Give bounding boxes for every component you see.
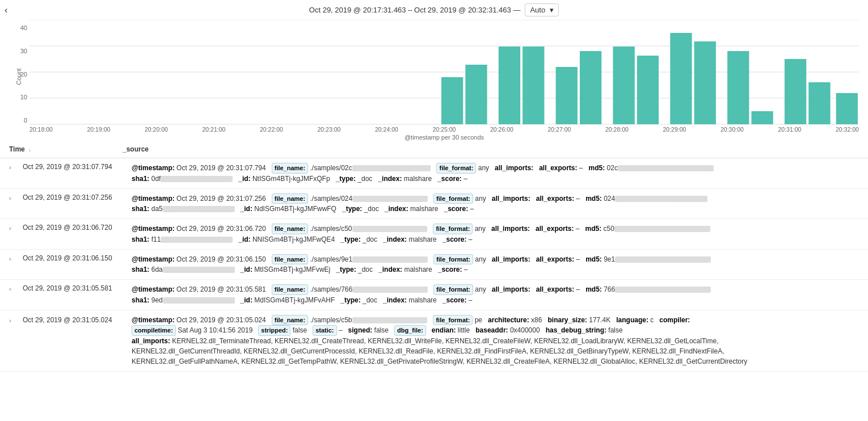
svg-rect-14	[694, 41, 716, 124]
row-time: Oct 29, 2019 @ 20:31:05.024	[23, 315, 127, 326]
svg-rect-9	[556, 67, 578, 124]
x-axis-label: @timestamp per 30 seconds	[30, 134, 859, 141]
svg-rect-8	[523, 47, 544, 124]
expand-btn[interactable]: ›	[9, 285, 18, 292]
table-row: › Oct 29, 2019 @ 20:31:07.794 @timestamp…	[0, 158, 868, 189]
y-tick-10: 10	[11, 94, 27, 100]
header-bar: ‹ Oct 29, 2019 @ 20:17:31.463 – Oct 29, …	[0, 0, 868, 20]
row-source: @timestamp: Oct 29, 2019 @ 20:31:06.720 …	[132, 224, 859, 245]
table-row: › Oct 29, 2019 @ 20:31:06.720 @timestamp…	[0, 219, 868, 250]
row-time: Oct 29, 2019 @ 20:31:05.581	[23, 284, 127, 292]
x-tick: 20:18:00	[30, 126, 53, 133]
row-time: Oct 29, 2019 @ 20:31:07.794	[23, 163, 127, 171]
chart-container: Count 40 30 20 10 0	[0, 20, 868, 141]
y-tick-30: 30	[11, 48, 27, 54]
table-row: › Oct 29, 2019 @ 20:31:06.150 @timestamp…	[0, 250, 868, 280]
time-label: Time	[9, 145, 25, 153]
svg-rect-7	[499, 47, 520, 124]
svg-rect-19	[836, 93, 858, 124]
col-source-header: _source	[123, 145, 859, 153]
svg-rect-10	[580, 51, 601, 124]
x-tick: 20:25:00	[433, 126, 456, 133]
expand-btn[interactable]: ›	[9, 225, 18, 231]
y-tick-40: 40	[11, 24, 27, 31]
row-source: @timestamp: Oct 29, 2019 @ 20:31:05.024 …	[132, 315, 859, 367]
svg-rect-15	[727, 51, 749, 124]
svg-rect-17	[785, 59, 806, 124]
x-tick: 20:20:00	[145, 126, 168, 133]
back-arrow[interactable]: ‹	[5, 5, 7, 15]
date-range: Oct 29, 2019 @ 20:17:31.463 – Oct 29, 20…	[309, 6, 521, 14]
dropdown-icon: ▾	[550, 6, 554, 14]
table-row: › Oct 29, 2019 @ 20:31:05.024 @timestamp…	[0, 310, 868, 372]
row-source: @timestamp: Oct 29, 2019 @ 20:31:07.256 …	[132, 193, 859, 214]
x-tick: 20:27:00	[548, 126, 571, 133]
svg-rect-13	[670, 33, 692, 124]
table-row: › Oct 29, 2019 @ 20:31:05.581 @timestamp…	[0, 280, 868, 310]
x-tick: 20:30:00	[720, 126, 744, 133]
svg-rect-12	[637, 56, 659, 124]
row-source: @timestamp: Oct 29, 2019 @ 20:31:05.581 …	[132, 284, 859, 305]
sort-indicator: ↓	[28, 146, 31, 153]
x-tick: 20:23:00	[318, 126, 341, 133]
auto-label: Auto	[530, 6, 545, 14]
y-tick-0: 0	[11, 117, 27, 124]
x-tick: 20:31:00	[778, 126, 802, 133]
svg-rect-16	[751, 111, 773, 124]
row-time: Oct 29, 2019 @ 20:31:06.150	[23, 254, 127, 262]
x-tick: 20:24:00	[375, 126, 398, 133]
row-source: @timestamp: Oct 29, 2019 @ 20:31:07.794 …	[132, 163, 859, 184]
x-tick: 20:22:00	[260, 126, 283, 133]
auto-select[interactable]: Auto ▾	[525, 3, 559, 16]
row-time: Oct 29, 2019 @ 20:31:06.720	[23, 224, 127, 231]
expand-btn[interactable]: ›	[9, 164, 18, 171]
bar-chart	[30, 20, 859, 125]
expand-btn[interactable]: ›	[9, 255, 18, 262]
row-time: Oct 29, 2019 @ 20:31:07.256	[23, 193, 127, 201]
x-tick: 20:32:00	[836, 126, 859, 133]
x-tick: 20:19:00	[87, 126, 111, 133]
svg-rect-11	[613, 47, 634, 124]
x-tick: 20:29:00	[663, 126, 686, 133]
table-row: › Oct 29, 2019 @ 20:31:07.256 @timestamp…	[0, 189, 868, 220]
svg-rect-6	[465, 65, 487, 124]
x-tick: 20:28:00	[605, 126, 629, 133]
expand-btn[interactable]: ›	[9, 316, 18, 326]
x-tick: 20:26:00	[490, 126, 513, 133]
x-tick: 20:21:00	[203, 126, 226, 133]
row-source: @timestamp: Oct 29, 2019 @ 20:31:06.150 …	[132, 254, 859, 275]
table-header: Time ↓ _source	[0, 141, 868, 158]
col-time-header: Time ↓	[9, 145, 123, 153]
table: Time ↓ _source › Oct 29, 2019 @ 20:31:07…	[0, 141, 868, 372]
svg-rect-18	[808, 82, 830, 124]
svg-rect-5	[441, 77, 463, 124]
y-axis-label: Count	[15, 68, 22, 85]
expand-btn[interactable]: ›	[9, 195, 18, 201]
